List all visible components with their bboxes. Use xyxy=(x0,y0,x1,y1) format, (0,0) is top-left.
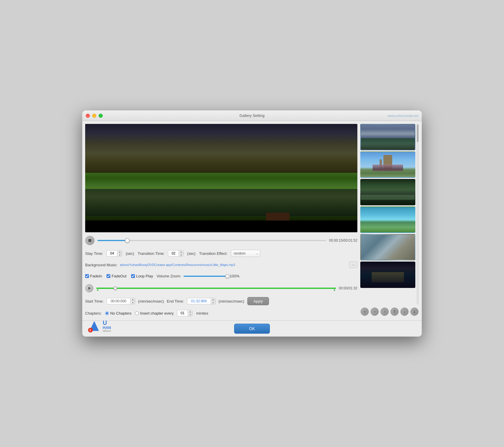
volume-thumb[interactable] xyxy=(225,274,229,278)
stay-time-field[interactable]: 04 xyxy=(107,251,117,255)
transition-effect-wrapper[interactable]: random fade slide xyxy=(231,250,260,257)
volume-fill xyxy=(184,276,227,277)
left-panel: 00:00:15/00:01:52 Stay Time: 04 ▲ ▼ (sec… xyxy=(85,124,357,318)
chapter-down[interactable]: ▼ xyxy=(188,313,192,316)
start-time-up[interactable]: ▲ xyxy=(131,298,135,301)
no-chapters-radio[interactable]: No Chapters xyxy=(105,311,131,315)
audio-end-marker: ▲ xyxy=(333,288,336,291)
stop-button[interactable] xyxy=(85,236,95,245)
video-water xyxy=(85,189,357,216)
stay-time-input[interactable]: 04 ▲ ▼ xyxy=(107,250,122,257)
end-time-field[interactable]: 01:32:969 xyxy=(187,299,211,303)
fadein-checkbox[interactable]: FadeIn xyxy=(85,274,102,278)
chapter-interval-stepper[interactable]: ▲ ▼ xyxy=(188,310,192,316)
start-time-field[interactable]: 00:00:000 xyxy=(107,299,130,303)
end-time-down[interactable]: ▼ xyxy=(211,301,215,304)
move-down-button[interactable]: ↓ xyxy=(400,308,409,316)
start-time-input[interactable]: 00:00:000 ▲ ▼ xyxy=(107,298,135,304)
main-content: 00:00:15/00:01:52 Stay Time: 04 ▲ ▼ (sec… xyxy=(82,121,422,320)
audio-controls: ▲ ▲ 00:00/01:32 xyxy=(85,283,357,294)
svg-text:Y: Y xyxy=(89,329,91,332)
thumbnail-6[interactable] xyxy=(360,262,415,288)
move-top-button[interactable]: ⇑ xyxy=(390,308,399,316)
music-path[interactable]: ations/YuhanBlurayDVDCreator.app/Content… xyxy=(120,263,347,267)
music-more-button[interactable]: ··· xyxy=(349,262,357,268)
fadeout-checkbox[interactable]: FadeOut xyxy=(107,274,126,278)
watermark: www.yuhanmedia.net xyxy=(388,114,418,117)
thumbnail-2[interactable] xyxy=(360,151,415,178)
end-time-up[interactable]: ▲ xyxy=(211,298,215,301)
ok-button[interactable]: OK xyxy=(234,324,270,334)
volume-label: Volume Zoom: xyxy=(157,274,181,278)
video-letterbox-bottom xyxy=(85,221,357,232)
fadein-check[interactable] xyxy=(85,274,89,278)
scroll-track[interactable] xyxy=(416,124,419,305)
chapter-interval-input[interactable]: 01 ▲ ▼ xyxy=(177,310,193,316)
video-progress-slider[interactable] xyxy=(97,240,326,241)
volume-slider[interactable] xyxy=(184,276,227,277)
loopplay-check[interactable] xyxy=(131,274,135,278)
maximize-button[interactable] xyxy=(99,114,103,118)
end-time-input[interactable]: 01:32:969 ▲ ▼ xyxy=(187,298,216,304)
logo-text: U HAN MEDIA xyxy=(103,320,111,333)
transition-time-down[interactable]: ▼ xyxy=(179,253,183,257)
move-bottom-button[interactable]: ⇓ xyxy=(410,308,419,316)
play-icon xyxy=(88,287,91,290)
stay-time-unit: (sec) xyxy=(126,251,134,256)
insert-chapters-radio[interactable]: Insert chapter every xyxy=(135,311,174,315)
stay-time-down[interactable]: ▼ xyxy=(117,253,122,257)
stop-icon xyxy=(88,239,91,242)
transition-time-label: Transition Time: xyxy=(138,251,164,256)
loopplay-label: Loop Play xyxy=(136,274,153,278)
audio-play-button[interactable] xyxy=(85,284,93,292)
fadeout-check[interactable] xyxy=(107,274,110,278)
stay-time-up[interactable]: ▲ xyxy=(117,250,122,253)
thumbnail-5[interactable] xyxy=(360,234,415,260)
chapter-interval-field[interactable]: 01 xyxy=(177,311,188,315)
loopplay-checkbox[interactable]: Loop Play xyxy=(131,274,153,278)
volume-value: 100% xyxy=(230,274,239,278)
close-button[interactable] xyxy=(86,114,90,118)
fadein-label: FadeIn xyxy=(90,274,102,278)
transition-time-up[interactable]: ▲ xyxy=(179,250,183,253)
minutes-label: minites xyxy=(196,311,208,315)
audio-range-fill xyxy=(96,288,336,289)
video-time: 00:00:15/00:01:52 xyxy=(329,238,357,243)
no-chapters-radio-input[interactable] xyxy=(105,311,109,315)
thumbnail-list xyxy=(360,124,415,305)
scroll-thumb[interactable] xyxy=(417,124,419,142)
thumbnail-actions: + − ↑ ⇑ ↓ ⇓ xyxy=(360,306,419,318)
end-time-stepper[interactable]: ▲ ▼ xyxy=(211,298,215,304)
thumbnail-4[interactable] xyxy=(360,207,415,233)
move-up-button[interactable]: ↑ xyxy=(380,308,389,316)
start-time-down[interactable]: ▼ xyxy=(131,301,135,304)
logo-u: U xyxy=(103,320,111,326)
start-time-stepper[interactable]: ▲ ▼ xyxy=(130,298,135,304)
minimize-button[interactable] xyxy=(92,114,96,118)
volume-row: Volume Zoom: 100% xyxy=(157,274,239,278)
video-bench xyxy=(266,213,289,221)
transition-time-stepper[interactable]: ▲ ▼ xyxy=(179,250,183,257)
progress-fill xyxy=(97,240,127,241)
apply-button[interactable]: Apply xyxy=(247,297,269,305)
transition-time-input[interactable]: 02 ▲ ▼ xyxy=(168,250,184,257)
add-thumbnail-button[interactable]: + xyxy=(361,308,369,316)
audio-range-track[interactable]: ▲ ▲ xyxy=(96,288,336,289)
progress-thumb[interactable] xyxy=(125,238,130,243)
audio-options-row: FadeIn FadeOut Loop Play Volume Zoom: xyxy=(85,272,357,281)
audio-range-thumb[interactable] xyxy=(114,286,117,290)
chapters-label: Chapters: xyxy=(85,311,102,315)
window-controls xyxy=(86,114,103,118)
transition-time-field[interactable]: 02 xyxy=(168,251,179,255)
stay-time-stepper[interactable]: ▲ ▼ xyxy=(117,250,122,257)
start-time-label: Start Time: xyxy=(85,299,104,303)
thumbnail-3[interactable] xyxy=(360,179,415,205)
thumbnail-1[interactable] xyxy=(360,124,415,150)
audio-checkboxes: FadeIn FadeOut Loop Play xyxy=(85,273,153,279)
insert-chapters-radio-input[interactable] xyxy=(135,311,139,315)
chapter-up[interactable]: ▲ xyxy=(188,310,192,313)
transition-effect-select[interactable]: random fade slide xyxy=(231,250,260,257)
remove-thumbnail-button[interactable]: − xyxy=(371,308,379,316)
main-window: Gallery Setting www.yuhanmedia.net xyxy=(82,110,422,337)
playback-controls: 00:00:15/00:01:52 xyxy=(85,235,357,246)
